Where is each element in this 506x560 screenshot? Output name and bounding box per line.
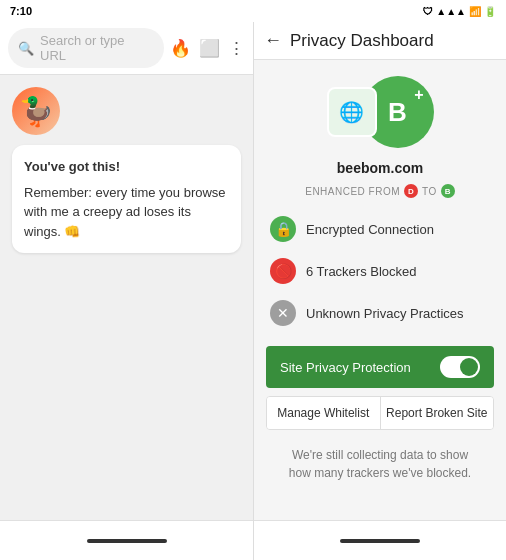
main-layout: 🔍 Search or type URL 🔥 ⬜ ⋮ 🦆 You've got … — [0, 22, 506, 560]
grade-from-dot: D — [404, 184, 418, 198]
status-bar: 7:10 🛡 ▲▲▲ 📶 🔋 — [0, 0, 506, 22]
encrypted-label: Encrypted Connection — [306, 222, 434, 237]
protection-bar[interactable]: Site Privacy Protection — [266, 346, 494, 388]
grade-value: B — [388, 97, 407, 128]
privacy-item-unknown: ✕ Unknown Privacy Practices — [266, 294, 494, 332]
toggle-knob — [460, 358, 478, 376]
privacy-items: 🔒 Encrypted Connection 🚫 6 Trackers Bloc… — [266, 210, 494, 332]
chat-area: 🦆 You've got this! Remember: every time … — [0, 75, 253, 520]
wifi-icon: 📶 — [469, 6, 481, 17]
time-display: 7:10 — [10, 5, 32, 17]
right-panel: ← Privacy Dashboard 🌐 B + beebom.com ENH… — [253, 22, 506, 560]
trackers-icon: 🚫 — [270, 258, 296, 284]
enhanced-arrow: TO — [422, 186, 437, 197]
privacy-item-encrypted: 🔒 Encrypted Connection — [266, 210, 494, 248]
bottom-bar-left — [0, 520, 253, 560]
info-text: We're still collecting data to show how … — [266, 438, 494, 490]
buttons-row: Manage Whitelist Report Broken Site — [266, 396, 494, 430]
privacy-content: 🌐 B + beebom.com ENHANCED FROM D TO B 🔒 — [254, 60, 506, 520]
enhanced-row: ENHANCED FROM D TO B — [305, 184, 455, 198]
enhanced-label: ENHANCED FROM — [305, 186, 400, 197]
site-name: beebom.com — [337, 160, 423, 176]
grade-plus: + — [414, 86, 423, 104]
encrypted-icon: 🔒 — [270, 216, 296, 242]
signal-icon: ▲▲▲ — [436, 6, 466, 17]
protection-toggle[interactable] — [440, 356, 480, 378]
tabs-icon[interactable]: ⬜ — [199, 38, 220, 59]
browser-toolbar: 🔍 Search or type URL 🔥 ⬜ ⋮ — [0, 22, 253, 75]
duck-emoji: 🦆 — [19, 95, 54, 128]
grade-to-dot: B — [441, 184, 455, 198]
bottom-indicator-right — [340, 539, 420, 543]
flame-icon[interactable]: 🔥 — [170, 38, 191, 59]
privacy-item-trackers: 🚫 6 Trackers Blocked — [266, 252, 494, 290]
shield-status-icon: 🛡 — [423, 6, 433, 17]
report-broken-button[interactable]: Report Broken Site — [381, 397, 494, 429]
privacy-dashboard-title: Privacy Dashboard — [290, 31, 434, 51]
unknown-label: Unknown Privacy Practices — [306, 306, 464, 321]
trackers-label: 6 Trackers Blocked — [306, 264, 417, 279]
battery-icon: 🔋 — [484, 6, 496, 17]
bottom-bar-right — [254, 520, 506, 560]
chat-title: You've got this! — [24, 157, 229, 177]
left-panel: 🔍 Search or type URL 🔥 ⬜ ⋮ 🦆 You've got … — [0, 22, 253, 560]
browser-site-icon: 🌐 — [327, 87, 377, 137]
search-input[interactable]: Search or type URL — [40, 33, 154, 63]
chat-bubble: You've got this! Remember: every time yo… — [12, 145, 241, 253]
bottom-indicator — [87, 539, 167, 543]
privacy-toolbar: ← Privacy Dashboard — [254, 22, 506, 60]
manage-whitelist-button[interactable]: Manage Whitelist — [267, 397, 381, 429]
grade-container: 🌐 B + — [327, 76, 434, 148]
protection-label: Site Privacy Protection — [280, 360, 411, 375]
back-button[interactable]: ← — [264, 30, 282, 51]
unknown-icon: ✕ — [270, 300, 296, 326]
chat-body: Remember: every time you browse with me … — [24, 183, 229, 242]
menu-icon[interactable]: ⋮ — [228, 38, 245, 59]
toolbar-icons: 🔥 ⬜ ⋮ — [170, 38, 245, 59]
search-bar[interactable]: 🔍 Search or type URL — [8, 28, 164, 68]
duck-avatar: 🦆 — [12, 87, 60, 135]
search-icon: 🔍 — [18, 41, 34, 56]
